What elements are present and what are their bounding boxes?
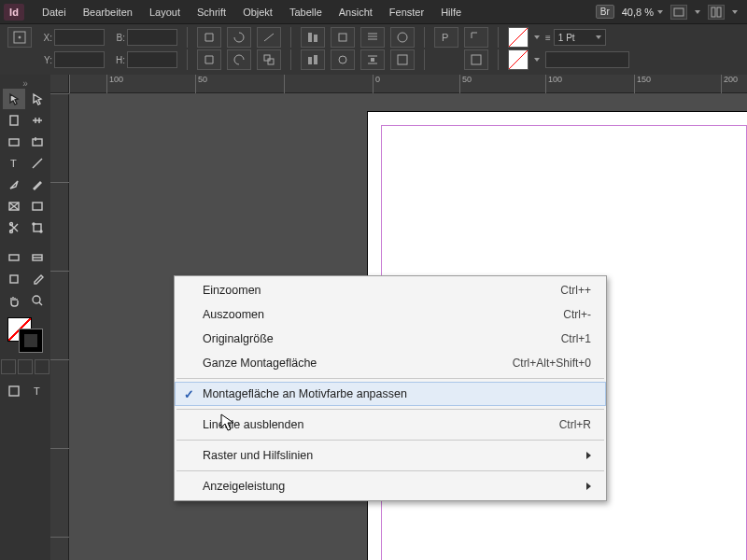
- x-field[interactable]: [54, 29, 105, 46]
- page-tool[interactable]: [3, 110, 25, 131]
- svg-rect-1: [712, 7, 715, 17]
- menu-schrift[interactable]: Schrift: [189, 0, 234, 24]
- corner-options-icon[interactable]: [464, 27, 488, 48]
- align-bottom-icon[interactable]: [301, 49, 325, 70]
- reference-point-icon[interactable]: [7, 27, 32, 48]
- content-collector-tool[interactable]: [3, 132, 25, 152]
- content-placer-tool[interactable]: [26, 132, 49, 152]
- chevron-down-icon: [534, 35, 540, 39]
- pen-tool[interactable]: [3, 175, 25, 195]
- vertical-ruler[interactable]: [50, 93, 69, 560]
- menu-datei[interactable]: Datei: [34, 0, 75, 24]
- selection-tool[interactable]: [3, 89, 25, 109]
- ctx-ganze-montagefl-che[interactable]: Ganze MontageflächeCtrl+Alt+Shift+0: [175, 351, 606, 375]
- menu-fenster[interactable]: Fenster: [381, 0, 432, 24]
- bridge-badge[interactable]: Br: [596, 5, 614, 19]
- rotate-icon[interactable]: [227, 27, 251, 48]
- flip-horizontal-icon[interactable]: [197, 27, 221, 48]
- jump-text-icon[interactable]: [360, 49, 385, 70]
- free-transform-tool[interactable]: [26, 217, 49, 238]
- svg-rect-31: [10, 275, 18, 283]
- svg-point-4: [19, 36, 21, 38]
- svg-rect-33: [9, 386, 19, 396]
- ruler-origin[interactable]: [50, 75, 69, 93]
- apply-none-icon[interactable]: [35, 359, 49, 374]
- svg-rect-23: [33, 203, 42, 210]
- svg-rect-13: [314, 55, 317, 64]
- text-wrap-icon[interactable]: [360, 27, 385, 48]
- flip-vertical-icon[interactable]: [197, 49, 221, 70]
- zoom-tool[interactable]: [26, 290, 49, 311]
- arrange-docs-icon[interactable]: [708, 5, 725, 20]
- horizontal-ruler[interactable]: 10050050100150200: [69, 75, 747, 93]
- menu-layout[interactable]: Layout: [141, 0, 189, 24]
- height-field[interactable]: [127, 51, 177, 68]
- align-icon[interactable]: [301, 27, 325, 48]
- opacity-icon[interactable]: [390, 49, 415, 70]
- normal-view-icon[interactable]: [3, 381, 25, 401]
- screen-mode-icon[interactable]: [670, 5, 687, 20]
- zoom-level-readout[interactable]: 40,8 %: [622, 7, 663, 18]
- ctx-originalgr-e[interactable]: OriginalgrößeCtrl+1: [175, 327, 606, 351]
- gradient-feather-tool[interactable]: [26, 247, 49, 268]
- pencil-tool[interactable]: [26, 175, 49, 195]
- wrap-icon[interactable]: [331, 27, 355, 48]
- note-tool[interactable]: [3, 269, 25, 289]
- ctx-auszoomen[interactable]: AuszoomenCtrl+-: [175, 302, 606, 327]
- y-field[interactable]: [54, 51, 105, 68]
- fill-swatch[interactable]: [508, 27, 529, 48]
- line-tool[interactable]: [26, 153, 49, 174]
- ctx-montagefl-che-an-motivfarbe-an[interactable]: Montagefläche an Motivfarbe anpassen: [175, 382, 606, 406]
- svg-rect-17: [472, 55, 481, 64]
- effects-icon[interactable]: [390, 27, 415, 48]
- toolbox: » T T: [0, 75, 50, 560]
- stroke-weight-field[interactable]: 1 Pt: [554, 29, 606, 46]
- direct-selection-tool[interactable]: [26, 89, 49, 109]
- ctx-einzoomen[interactable]: EinzoomenCtrl++: [175, 278, 606, 302]
- paragraph-style-icon[interactable]: P: [434, 27, 458, 48]
- chevron-down-icon: [695, 10, 700, 14]
- svg-text:P: P: [442, 32, 448, 43]
- eyedropper-tool[interactable]: [26, 269, 49, 289]
- wrap-around-icon[interactable]: [331, 49, 355, 70]
- shear-icon[interactable]: [257, 27, 281, 48]
- context-menu: EinzoomenCtrl++AuszoomenCtrl+-Originalgr…: [174, 275, 607, 501]
- scale-icon[interactable]: [257, 49, 281, 70]
- chevron-down-icon: [657, 10, 663, 14]
- w-label: B:: [110, 33, 125, 43]
- menu-ansicht[interactable]: Ansicht: [331, 0, 381, 24]
- svg-point-28: [40, 231, 42, 232]
- gap-tool[interactable]: [26, 110, 49, 131]
- apply-color-icon[interactable]: [1, 359, 16, 374]
- ctx-anzeigeleistung[interactable]: Anzeigeleistung: [175, 474, 606, 498]
- ctx-lineale-ausblenden[interactable]: Lineale ausblendenCtrl+R: [175, 413, 606, 437]
- svg-rect-16: [398, 55, 407, 64]
- preview-view-icon[interactable]: T: [26, 381, 49, 401]
- hand-tool[interactable]: [3, 290, 25, 311]
- rectangle-tool[interactable]: [26, 196, 49, 217]
- width-field[interactable]: [127, 29, 177, 46]
- chevron-right-icon: [586, 452, 591, 459]
- stroke-swatch[interactable]: [508, 49, 529, 70]
- rectangle-frame-tool[interactable]: [3, 196, 25, 217]
- stroke-style-field[interactable]: [545, 51, 629, 68]
- gradient-swatch-tool[interactable]: [3, 247, 25, 268]
- menu-hilfe[interactable]: Hilfe: [432, 0, 470, 24]
- object-style-icon[interactable]: [464, 49, 488, 70]
- rotate-ccw-icon[interactable]: [227, 49, 251, 70]
- chevron-right-icon: [586, 483, 591, 490]
- type-tool[interactable]: T: [3, 153, 25, 174]
- menu-bearbeiten[interactable]: Bearbeiten: [75, 0, 141, 24]
- ctx-raster-und-hilfslinien[interactable]: Raster und Hilfslinien: [175, 443, 606, 468]
- svg-rect-29: [9, 255, 19, 260]
- y-label: Y:: [37, 55, 52, 65]
- svg-rect-15: [371, 58, 374, 62]
- svg-rect-10: [264, 55, 270, 61]
- apply-gradient-icon[interactable]: [18, 359, 33, 374]
- svg-rect-12: [308, 57, 312, 64]
- scissors-tool[interactable]: [3, 217, 25, 238]
- svg-text:T: T: [10, 158, 17, 169]
- fill-stroke-proxy[interactable]: [7, 317, 43, 353]
- menu-tabelle[interactable]: Tabelle: [281, 0, 331, 24]
- menu-objekt[interactable]: Objekt: [234, 0, 281, 24]
